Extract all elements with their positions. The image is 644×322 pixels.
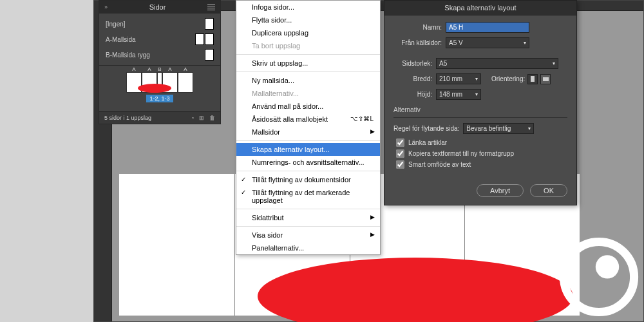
svg-point-0 [564,242,634,312]
liquid-rule-label: Regel för flytande sida: [393,125,459,132]
panel-header: » Sidor [99,1,220,14]
smart-reflow-checkbox[interactable] [396,160,404,169]
menu-apply-master[interactable]: Använd mall på sidor... [236,100,380,113]
panel-context-menu: Infoga sidor... Flytta sidor... Duplicer… [236,0,381,255]
master-label: A-Mallsida [106,36,136,43]
options-section-label: Alternativ [393,106,567,113]
trash-icon[interactable]: 🗑 [209,115,215,121]
menu-allow-spread-shuffle[interactable]: ✓Tillåt flyttning av det markerade uppsl… [236,186,380,207]
shortcut-label: ⌥⇧⌘L [350,115,374,122]
source-select[interactable]: A5 V▾ [446,37,529,48]
menu-delete-spread: Ta bort uppslag [236,39,380,52]
menu-numbering-options[interactable]: Numrerings- och avsnittsalternativ... [236,156,380,169]
stepper-icon: ▾ [475,91,478,97]
copy-styles-row[interactable]: Kopiera textformat till ny formatgrupp [396,149,567,158]
pages-area[interactable]: A A B A A 1-2, 1-3 [99,68,220,109]
page-boundary [234,174,235,316]
chevron-down-icon: ▾ [553,61,555,66]
dialog-body: Namn: Från källsidor: A5 V▾ Sidstorlek: … [384,15,576,178]
master-a-row[interactable]: A-Mallsida [99,32,220,47]
dialog-button-row: Avbryt OK [384,178,576,205]
orientation-group: Orientering: [491,74,551,84]
name-label: Namn: [393,24,442,31]
menu-duplicate-spread[interactable]: Duplicera uppslag [236,26,380,39]
source-label: Från källsidor: [393,39,442,46]
master-thumb [205,18,214,30]
master-none-row[interactable]: [Ingen] [99,16,220,32]
submenu-arrow-icon: ▶ [370,128,375,135]
menu-new-master[interactable]: Ny mallsida... [236,74,380,87]
panel-divider [99,65,220,66]
ok-button[interactable]: OK [530,184,567,197]
dialog-title: Skapa alternativ layout [384,1,576,15]
panel-footer: 5 sidor i 1 uppslag ▫ ⊞ 🗑 [99,111,220,124]
red-ellipse-thumb [138,84,171,93]
name-row: Namn: [393,22,567,33]
master-thumb [205,49,214,61]
panel-title: Sidor [149,3,166,11]
copy-styles-checkbox[interactable] [396,149,404,158]
menu-page-attributes[interactable]: Sidattribut▶ [236,211,380,224]
menu-override-master[interactable]: Åsidosätt alla mallobjekt⌥⇧⌘L [236,113,380,126]
menu-insert-pages[interactable]: Infoga sidor... [236,1,380,14]
menu-print-spread[interactable]: Skriv ut uppslag... [236,57,380,70]
smart-reflow-row[interactable]: Smart omflöde av text [396,160,567,169]
page-spread[interactable]: A A B A A [126,72,193,93]
height-label: Höjd: [393,91,432,98]
menu-view-pages[interactable]: Visa sidor▶ [236,229,380,242]
orientation-label: Orientering: [491,75,525,82]
menu-separator [236,71,380,72]
footer-status: 5 sidor i 1 uppslag [104,115,151,121]
svg-point-1 [596,255,619,278]
menu-separator [236,171,380,171]
orientation-portrait-button[interactable] [527,74,538,84]
submenu-arrow-icon: ▶ [370,214,375,220]
menu-separator [236,140,380,141]
brand-logo-icon [557,235,641,319]
chevron-down-icon: ▾ [524,40,526,46]
pagesize-row: Sidstorlek: A5▾ [393,58,567,69]
liquid-rule-select[interactable]: Bevara befintlig▾ [463,123,534,134]
width-label: Bredd: [393,75,432,82]
orientation-landscape-button[interactable] [540,74,551,84]
name-input[interactable] [446,22,529,33]
master-thumb-spread [195,33,214,45]
check-icon: ✓ [241,176,246,183]
check-icon: ✓ [241,189,246,196]
footer-icons: ▫ ⊞ 🗑 [192,115,215,121]
master-label: [Ingen] [106,21,126,28]
cancel-button[interactable]: Avbryt [477,184,524,197]
menu-master-options: Mallalternativ... [236,87,380,100]
master-label: B-Mallsida rygg [106,52,150,59]
height-input[interactable]: 148 mm▾ [436,89,481,100]
height-row: Höjd: 148 mm▾ [393,89,567,100]
menu-separator [236,226,380,227]
section-divider [393,117,567,118]
menu-panel-options[interactable]: Panelalternativ... [236,242,380,254]
stepper-icon: ▾ [475,76,478,82]
menu-create-alternate-layout[interactable]: Skapa alternativ layout... [236,143,380,156]
menu-allow-doc-shuffle[interactable]: ✓Tillåt flyttning av dokumentsidor [236,173,380,186]
width-input[interactable]: 210 mm▾ [436,73,481,84]
page-numbers-label[interactable]: 1-2, 1-3 [146,95,173,102]
pagesize-label: Sidstorlek: [393,60,432,67]
collapse-chevrons-icon[interactable]: » [104,4,108,10]
panel-body: [Ingen] A-Mallsida B-Mallsida rygg A A B… [99,14,220,111]
link-stories-label: Länka artiklar [408,139,447,146]
new-page-icon[interactable]: ⊞ [199,115,204,121]
menu-separator [236,209,380,209]
edit-page-size-icon[interactable]: ▫ [192,115,194,121]
width-row: Bredd: 210 mm▾ Orientering: [393,73,567,84]
link-stories-row[interactable]: Länka artiklar [396,138,567,147]
menu-master-pages[interactable]: Mallsidor▶ [236,126,380,138]
menu-separator [236,54,380,55]
pages-panel: » Sidor [Ingen] A-Mallsida B-Mallsida ry… [99,0,221,124]
pagesize-select[interactable]: A5▾ [436,58,558,69]
chevron-down-icon: ▾ [528,126,531,131]
page-thumb[interactable]: A [178,72,193,93]
menu-move-pages[interactable]: Flytta sidor... [236,14,380,26]
master-b-row[interactable]: B-Mallsida rygg [99,47,220,62]
link-stories-checkbox[interactable] [396,138,404,147]
panel-menu-icon[interactable] [207,4,215,10]
create-alternate-layout-dialog: Skapa alternativ layout Namn: Från källs… [384,0,577,205]
